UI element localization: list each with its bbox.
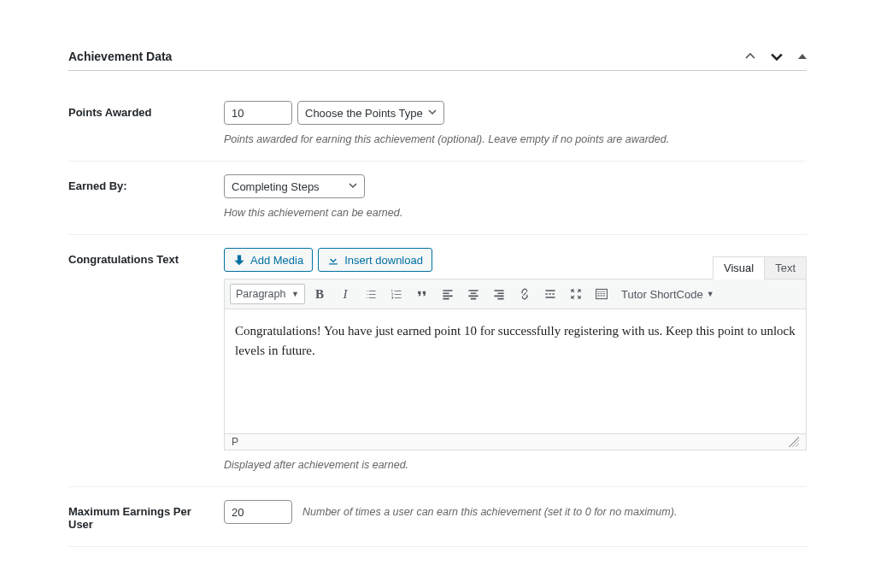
editor-element-path: P — [232, 436, 238, 448]
bullet-list-button[interactable] — [360, 283, 382, 305]
max-earnings-helper: Number of times a user can earn this ach… — [302, 506, 677, 518]
tab-visual[interactable]: Visual — [713, 256, 764, 279]
toolbar-toggle-button[interactable] — [590, 283, 613, 305]
caret-down-icon: ▼ — [291, 290, 299, 298]
chevron-down-icon — [428, 108, 437, 118]
earned-by-content: Completing Steps How this achievement ca… — [224, 174, 807, 219]
collapse-icon[interactable] — [798, 52, 807, 61]
points-awarded-content: Choose the Points Type Points awarded fo… — [224, 101, 807, 145]
earned-by-label: Earned By: — [68, 174, 215, 192]
tutor-shortcode-label: Tutor ShortCode — [621, 288, 703, 301]
points-awarded-label: Points Awarded — [68, 101, 215, 119]
align-left-button[interactable] — [437, 283, 459, 305]
caret-down-icon: ▼ — [707, 290, 714, 298]
media-icon — [233, 254, 245, 266]
congratulations-content: Add Media Insert download Visual Text Pa… — [224, 248, 807, 471]
editor-toolbar: Paragraph ▼ B I — [225, 279, 806, 309]
format-select-value: Paragraph — [236, 288, 285, 300]
rich-text-editor: Paragraph ▼ B I — [224, 279, 807, 450]
field-points-awarded: Points Awarded Choose the Points Type Po… — [68, 88, 807, 162]
congratulations-helper: Displayed after achievement is earned. — [224, 459, 807, 471]
move-up-icon[interactable] — [745, 51, 755, 62]
blockquote-button[interactable] — [411, 283, 433, 305]
fullscreen-button[interactable] — [565, 283, 587, 305]
points-type-select[interactable]: Choose the Points Type — [297, 101, 444, 125]
insert-download-label: Insert download — [344, 254, 423, 267]
section-title: Achievement Data — [68, 50, 172, 63]
points-type-select-label: Choose the Points Type — [305, 107, 423, 120]
header-controls — [745, 50, 807, 62]
add-media-button[interactable]: Add Media — [224, 248, 313, 272]
editor-statusbar: P — [225, 433, 806, 450]
italic-button[interactable]: I — [334, 283, 356, 305]
chevron-down-icon — [349, 181, 357, 191]
media-bar: Add Media Insert download — [224, 248, 432, 272]
max-earnings-input[interactable] — [224, 500, 292, 524]
tab-text[interactable]: Text — [764, 256, 807, 279]
align-center-button[interactable] — [462, 283, 484, 305]
section-header: Achievement Data — [68, 43, 807, 71]
max-earnings-label: Maximum Earnings Per User — [68, 500, 215, 531]
earned-by-select[interactable]: Completing Steps — [224, 174, 365, 198]
points-awarded-helper: Points awarded for earning this achievem… — [224, 133, 807, 145]
format-select[interactable]: Paragraph ▼ — [230, 284, 305, 304]
field-congratulations-text: Congratulations Text Add Media Insert do… — [68, 235, 807, 487]
link-button[interactable] — [514, 283, 536, 305]
add-media-label: Add Media — [250, 254, 303, 267]
field-max-earnings: Maximum Earnings Per User Number of time… — [68, 487, 807, 547]
insert-download-button[interactable]: Insert download — [318, 248, 432, 272]
bold-button[interactable]: B — [308, 283, 331, 305]
max-earnings-content: Number of times a user can earn this ach… — [224, 500, 807, 524]
field-earned-by: Earned By: Completing Steps How this ach… — [68, 162, 807, 235]
download-icon — [327, 254, 339, 266]
read-more-button[interactable] — [539, 283, 561, 305]
move-down-icon[interactable] — [771, 50, 783, 62]
earned-by-select-value: Completing Steps — [232, 180, 320, 193]
align-right-button[interactable] — [488, 283, 510, 305]
editor-tabs: Visual Text — [713, 256, 807, 279]
points-awarded-input[interactable] — [224, 101, 292, 125]
resize-handle-icon[interactable] — [789, 437, 799, 447]
earned-by-helper: How this achievement can be earned. — [224, 207, 807, 219]
congratulations-label: Congratulations Text — [68, 248, 215, 266]
numbered-list-button[interactable] — [385, 283, 408, 305]
editor-body[interactable]: Congratulations! You have just earned po… — [225, 309, 806, 433]
tutor-shortcode-button[interactable]: Tutor ShortCode ▼ — [616, 288, 719, 301]
